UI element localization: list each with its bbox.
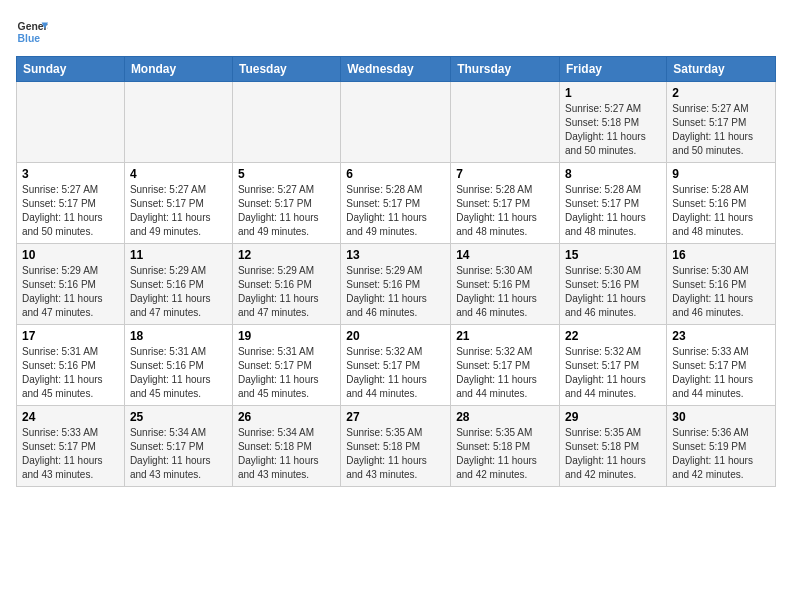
week-row-2: 3Sunrise: 5:27 AM Sunset: 5:17 PM Daylig… bbox=[17, 163, 776, 244]
week-row-3: 10Sunrise: 5:29 AM Sunset: 5:16 PM Dayli… bbox=[17, 244, 776, 325]
day-info: Sunrise: 5:33 AM Sunset: 5:17 PM Dayligh… bbox=[672, 345, 770, 401]
day-info: Sunrise: 5:30 AM Sunset: 5:16 PM Dayligh… bbox=[565, 264, 661, 320]
day-cell: 12Sunrise: 5:29 AM Sunset: 5:16 PM Dayli… bbox=[232, 244, 340, 325]
day-info: Sunrise: 5:28 AM Sunset: 5:17 PM Dayligh… bbox=[456, 183, 554, 239]
week-row-1: 1Sunrise: 5:27 AM Sunset: 5:18 PM Daylig… bbox=[17, 82, 776, 163]
day-info: Sunrise: 5:28 AM Sunset: 5:17 PM Dayligh… bbox=[346, 183, 445, 239]
day-number: 26 bbox=[238, 410, 335, 424]
day-info: Sunrise: 5:30 AM Sunset: 5:16 PM Dayligh… bbox=[456, 264, 554, 320]
day-info: Sunrise: 5:29 AM Sunset: 5:16 PM Dayligh… bbox=[22, 264, 119, 320]
day-number: 24 bbox=[22, 410, 119, 424]
day-cell: 21Sunrise: 5:32 AM Sunset: 5:17 PM Dayli… bbox=[451, 325, 560, 406]
day-cell: 2Sunrise: 5:27 AM Sunset: 5:17 PM Daylig… bbox=[667, 82, 776, 163]
day-cell: 8Sunrise: 5:28 AM Sunset: 5:17 PM Daylig… bbox=[560, 163, 667, 244]
day-number: 3 bbox=[22, 167, 119, 181]
day-cell: 30Sunrise: 5:36 AM Sunset: 5:19 PM Dayli… bbox=[667, 406, 776, 487]
day-cell: 13Sunrise: 5:29 AM Sunset: 5:16 PM Dayli… bbox=[341, 244, 451, 325]
day-cell: 25Sunrise: 5:34 AM Sunset: 5:17 PM Dayli… bbox=[124, 406, 232, 487]
day-number: 13 bbox=[346, 248, 445, 262]
calendar-header: SundayMondayTuesdayWednesdayThursdayFrid… bbox=[17, 57, 776, 82]
day-info: Sunrise: 5:27 AM Sunset: 5:18 PM Dayligh… bbox=[565, 102, 661, 158]
day-number: 18 bbox=[130, 329, 227, 343]
day-number: 15 bbox=[565, 248, 661, 262]
day-cell: 11Sunrise: 5:29 AM Sunset: 5:16 PM Dayli… bbox=[124, 244, 232, 325]
day-info: Sunrise: 5:31 AM Sunset: 5:16 PM Dayligh… bbox=[22, 345, 119, 401]
day-cell: 23Sunrise: 5:33 AM Sunset: 5:17 PM Dayli… bbox=[667, 325, 776, 406]
day-info: Sunrise: 5:32 AM Sunset: 5:17 PM Dayligh… bbox=[456, 345, 554, 401]
day-cell: 29Sunrise: 5:35 AM Sunset: 5:18 PM Dayli… bbox=[560, 406, 667, 487]
day-number: 25 bbox=[130, 410, 227, 424]
day-cell: 26Sunrise: 5:34 AM Sunset: 5:18 PM Dayli… bbox=[232, 406, 340, 487]
day-cell bbox=[451, 82, 560, 163]
col-header-monday: Monday bbox=[124, 57, 232, 82]
day-number: 1 bbox=[565, 86, 661, 100]
day-cell bbox=[341, 82, 451, 163]
day-cell: 4Sunrise: 5:27 AM Sunset: 5:17 PM Daylig… bbox=[124, 163, 232, 244]
day-info: Sunrise: 5:32 AM Sunset: 5:17 PM Dayligh… bbox=[565, 345, 661, 401]
day-cell: 7Sunrise: 5:28 AM Sunset: 5:17 PM Daylig… bbox=[451, 163, 560, 244]
col-header-thursday: Thursday bbox=[451, 57, 560, 82]
day-number: 8 bbox=[565, 167, 661, 181]
day-info: Sunrise: 5:27 AM Sunset: 5:17 PM Dayligh… bbox=[238, 183, 335, 239]
day-cell bbox=[124, 82, 232, 163]
day-info: Sunrise: 5:29 AM Sunset: 5:16 PM Dayligh… bbox=[238, 264, 335, 320]
day-info: Sunrise: 5:30 AM Sunset: 5:16 PM Dayligh… bbox=[672, 264, 770, 320]
calendar-table: SundayMondayTuesdayWednesdayThursdayFrid… bbox=[16, 56, 776, 487]
day-number: 20 bbox=[346, 329, 445, 343]
day-cell: 15Sunrise: 5:30 AM Sunset: 5:16 PM Dayli… bbox=[560, 244, 667, 325]
day-number: 27 bbox=[346, 410, 445, 424]
col-header-wednesday: Wednesday bbox=[341, 57, 451, 82]
day-cell bbox=[17, 82, 125, 163]
day-number: 28 bbox=[456, 410, 554, 424]
day-number: 17 bbox=[22, 329, 119, 343]
day-number: 23 bbox=[672, 329, 770, 343]
col-header-saturday: Saturday bbox=[667, 57, 776, 82]
day-info: Sunrise: 5:33 AM Sunset: 5:17 PM Dayligh… bbox=[22, 426, 119, 482]
day-info: Sunrise: 5:35 AM Sunset: 5:18 PM Dayligh… bbox=[565, 426, 661, 482]
day-cell: 24Sunrise: 5:33 AM Sunset: 5:17 PM Dayli… bbox=[17, 406, 125, 487]
day-number: 6 bbox=[346, 167, 445, 181]
day-number: 19 bbox=[238, 329, 335, 343]
week-row-4: 17Sunrise: 5:31 AM Sunset: 5:16 PM Dayli… bbox=[17, 325, 776, 406]
logo: General Blue bbox=[16, 16, 48, 48]
day-cell: 17Sunrise: 5:31 AM Sunset: 5:16 PM Dayli… bbox=[17, 325, 125, 406]
col-header-tuesday: Tuesday bbox=[232, 57, 340, 82]
day-info: Sunrise: 5:31 AM Sunset: 5:17 PM Dayligh… bbox=[238, 345, 335, 401]
day-number: 11 bbox=[130, 248, 227, 262]
day-cell: 1Sunrise: 5:27 AM Sunset: 5:18 PM Daylig… bbox=[560, 82, 667, 163]
day-cell: 20Sunrise: 5:32 AM Sunset: 5:17 PM Dayli… bbox=[341, 325, 451, 406]
day-info: Sunrise: 5:29 AM Sunset: 5:16 PM Dayligh… bbox=[130, 264, 227, 320]
day-info: Sunrise: 5:29 AM Sunset: 5:16 PM Dayligh… bbox=[346, 264, 445, 320]
day-info: Sunrise: 5:27 AM Sunset: 5:17 PM Dayligh… bbox=[22, 183, 119, 239]
day-info: Sunrise: 5:36 AM Sunset: 5:19 PM Dayligh… bbox=[672, 426, 770, 482]
day-number: 12 bbox=[238, 248, 335, 262]
col-header-friday: Friday bbox=[560, 57, 667, 82]
day-cell: 28Sunrise: 5:35 AM Sunset: 5:18 PM Dayli… bbox=[451, 406, 560, 487]
day-number: 22 bbox=[565, 329, 661, 343]
day-number: 29 bbox=[565, 410, 661, 424]
day-info: Sunrise: 5:27 AM Sunset: 5:17 PM Dayligh… bbox=[672, 102, 770, 158]
day-cell: 14Sunrise: 5:30 AM Sunset: 5:16 PM Dayli… bbox=[451, 244, 560, 325]
day-number: 10 bbox=[22, 248, 119, 262]
day-number: 21 bbox=[456, 329, 554, 343]
day-info: Sunrise: 5:32 AM Sunset: 5:17 PM Dayligh… bbox=[346, 345, 445, 401]
day-number: 5 bbox=[238, 167, 335, 181]
day-number: 16 bbox=[672, 248, 770, 262]
day-info: Sunrise: 5:28 AM Sunset: 5:17 PM Dayligh… bbox=[565, 183, 661, 239]
day-cell bbox=[232, 82, 340, 163]
day-number: 14 bbox=[456, 248, 554, 262]
day-cell: 19Sunrise: 5:31 AM Sunset: 5:17 PM Dayli… bbox=[232, 325, 340, 406]
day-number: 2 bbox=[672, 86, 770, 100]
week-row-5: 24Sunrise: 5:33 AM Sunset: 5:17 PM Dayli… bbox=[17, 406, 776, 487]
svg-text:Blue: Blue bbox=[18, 33, 41, 44]
header: General Blue bbox=[16, 16, 776, 48]
day-cell: 9Sunrise: 5:28 AM Sunset: 5:16 PM Daylig… bbox=[667, 163, 776, 244]
day-number: 7 bbox=[456, 167, 554, 181]
day-cell: 10Sunrise: 5:29 AM Sunset: 5:16 PM Dayli… bbox=[17, 244, 125, 325]
day-cell: 3Sunrise: 5:27 AM Sunset: 5:17 PM Daylig… bbox=[17, 163, 125, 244]
day-info: Sunrise: 5:27 AM Sunset: 5:17 PM Dayligh… bbox=[130, 183, 227, 239]
day-cell: 27Sunrise: 5:35 AM Sunset: 5:18 PM Dayli… bbox=[341, 406, 451, 487]
day-info: Sunrise: 5:35 AM Sunset: 5:18 PM Dayligh… bbox=[346, 426, 445, 482]
day-info: Sunrise: 5:34 AM Sunset: 5:18 PM Dayligh… bbox=[238, 426, 335, 482]
day-cell: 16Sunrise: 5:30 AM Sunset: 5:16 PM Dayli… bbox=[667, 244, 776, 325]
